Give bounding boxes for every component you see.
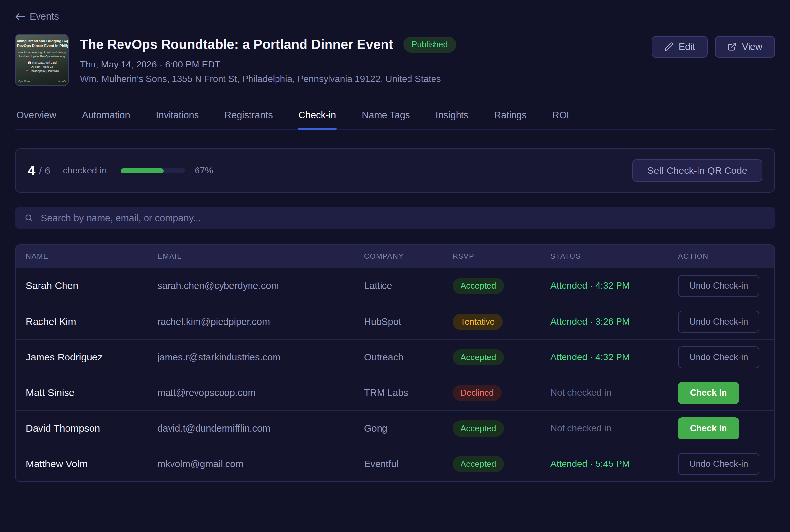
checkin-progress-fill	[121, 168, 164, 173]
rsvp-badge: Accepted	[452, 456, 504, 472]
table-row: James Rodriguez james.r@starkindustries.…	[16, 339, 774, 375]
checkin-action-button[interactable]: Undo Check-in	[678, 453, 759, 475]
rsvp-badge: Accepted	[452, 349, 504, 365]
checked-in-count: 4	[28, 163, 35, 178]
thumb-headline: aking Bread and Bridging Gap	[17, 39, 67, 44]
checkin-summary-panel: 4 / 6 checked in 67% Self Check-In QR Co…	[15, 149, 775, 193]
checkin-status: Attended · 4:32 PM	[551, 352, 678, 362]
tab-insights[interactable]: Insights	[435, 105, 469, 129]
table-row: Sarah Chen sarah.chen@cyberdyne.com Latt…	[16, 268, 774, 304]
column-header-name: Name	[26, 252, 157, 261]
rsvp-badge: Declined	[452, 385, 502, 401]
attendee-email: matt@revopscoop.com	[157, 387, 364, 398]
event-checkin-page: Events aking Bread and Bridging Gap RevO…	[0, 0, 790, 532]
attendee-email: sarah.chen@cyberdyne.com	[157, 281, 364, 291]
checkin-action-button[interactable]: Check In	[678, 417, 739, 439]
column-header-rsvp: RSVP	[452, 252, 551, 261]
attendee-company: Outreach	[364, 352, 452, 363]
back-arrow-icon	[15, 13, 25, 21]
attendee-company: Lattice	[364, 281, 452, 291]
checkin-action-button[interactable]: Check In	[678, 382, 739, 404]
event-datetime: Thu, May 14, 2026 · 6:00 PM EDT	[80, 59, 652, 70]
attendee-company: TRM Labs	[364, 387, 452, 398]
table-header: Name Email Company RSVP Status Action	[16, 245, 774, 268]
view-button[interactable]: View	[715, 36, 775, 58]
attendee-name: Matt Sinise	[26, 387, 157, 398]
checkin-status: Not checked in	[551, 423, 678, 434]
checkin-percent: 67%	[195, 165, 213, 176]
checkin-status: Not checked in	[551, 387, 678, 398]
rsvp-badge: Accepted	[452, 420, 504, 437]
attendee-name: James Rodriguez	[26, 352, 157, 363]
checkin-status: Attended · 3:26 PM	[551, 316, 678, 327]
checkin-action-button[interactable]: Undo Check-in	[678, 346, 759, 368]
edit-button[interactable]: Edit	[652, 36, 708, 58]
attendee-email: david.t@dundermifflin.com	[157, 423, 364, 434]
column-header-company: Company	[364, 252, 452, 261]
checkin-status: Attended · 4:32 PM	[551, 281, 678, 291]
pencil-icon	[664, 42, 673, 51]
attendees-table: Name Email Company RSVP Status Action Sa…	[15, 244, 775, 482]
tab-check-in[interactable]: Check-in	[298, 105, 337, 129]
search-icon	[24, 213, 34, 223]
published-status-badge: Published	[403, 37, 457, 53]
search-input[interactable]	[41, 213, 766, 224]
rsvp-badge: Tentative	[452, 314, 503, 330]
attendee-company: HubSpot	[364, 316, 452, 327]
search-bar	[15, 207, 775, 229]
attendee-email: james.r@starkindustries.com	[157, 352, 364, 363]
checkin-progress-bar	[121, 168, 185, 173]
column-header-action: Action	[678, 252, 764, 261]
column-header-email: Email	[157, 252, 364, 261]
attendee-email: mkvolm@gmail.com	[157, 459, 364, 470]
column-header-status: Status	[551, 252, 678, 261]
back-to-events-link[interactable]: Events	[15, 11, 59, 22]
tab-roi[interactable]: ROI	[552, 105, 570, 129]
attendee-company: Eventful	[364, 459, 452, 470]
attendee-name: Rachel Kim	[26, 316, 157, 327]
tab-bar: OverviewAutomationInvitationsRegistrants…	[15, 105, 775, 130]
tab-overview[interactable]: Overview	[16, 105, 57, 129]
self-checkin-qr-button[interactable]: Self Check-In QR Code	[632, 159, 762, 182]
attendee-name: David Thompson	[26, 423, 157, 434]
event-thumbnail: aking Bread and Bridging Gap RevOps Dinn…	[15, 34, 69, 86]
event-header: aking Bread and Bridging Gap RevOps Dinn…	[15, 34, 775, 86]
external-link-icon	[728, 42, 737, 51]
checked-in-label: checked in	[63, 165, 107, 176]
checkin-action-button[interactable]: Undo Check-in	[678, 275, 759, 297]
checkin-action-button[interactable]: Undo Check-in	[678, 311, 759, 333]
tab-name-tags[interactable]: Name Tags	[361, 105, 410, 129]
table-row: Rachel Kim rachel.kim@piedpiper.com HubS…	[16, 304, 774, 339]
checked-in-total: / 6	[39, 165, 50, 176]
back-label: Events	[30, 11, 59, 22]
tab-ratings[interactable]: Ratings	[494, 105, 527, 129]
attendee-company: Gong	[364, 423, 452, 434]
table-row: Matthew Volm mkvolm@gmail.com Eventful A…	[16, 446, 774, 481]
event-location: Wm. Mulherin's Sons, 1355 N Front St, Ph…	[80, 74, 652, 84]
tab-registrants[interactable]: Registrants	[224, 105, 273, 129]
page-title: The RevOps Roundtable: a Portland Dinner…	[80, 37, 393, 52]
rsvp-badge: Accepted	[452, 278, 504, 294]
attendee-email: rachel.kim@piedpiper.com	[157, 316, 364, 327]
table-body: Sarah Chen sarah.chen@cyberdyne.com Latt…	[16, 268, 774, 481]
table-row: David Thompson david.t@dundermifflin.com…	[16, 410, 774, 446]
tab-invitations[interactable]: Invitations	[155, 105, 200, 129]
attendee-name: Matthew Volm	[26, 458, 157, 470]
attendee-name: Sarah Chen	[26, 280, 157, 291]
table-row: Matt Sinise matt@revopscoop.com TRM Labs…	[16, 375, 774, 410]
checkin-status: Attended · 5:45 PM	[551, 459, 678, 469]
tab-automation[interactable]: Automation	[81, 105, 131, 129]
